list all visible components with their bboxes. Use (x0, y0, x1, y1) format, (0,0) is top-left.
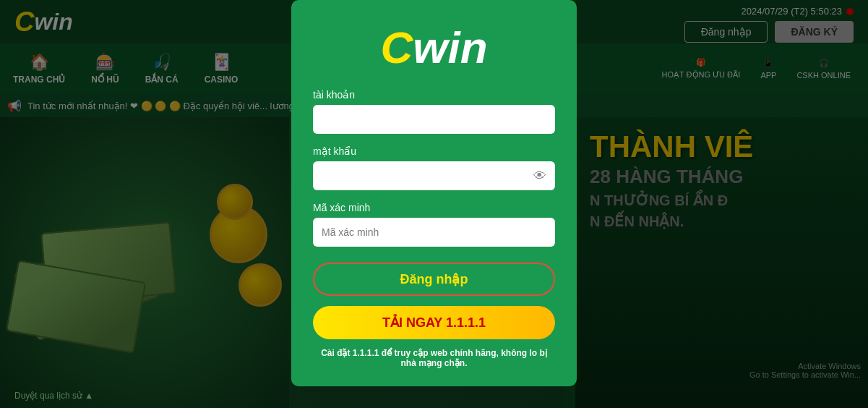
captcha-label: Mã xác minh (313, 202, 555, 213)
password-label: mật khẩu (313, 145, 555, 157)
login-modal: Cwin tài khoản mật khẩu 👁 Mã xác minh Đă… (291, 0, 577, 386)
captcha-input[interactable] (313, 218, 555, 247)
account-field-group: tài khoản (313, 89, 555, 134)
eye-toggle-icon[interactable]: 👁 (533, 169, 546, 184)
password-input[interactable] (313, 161, 555, 190)
modal-footer-text: Cài đặt 1.1.1.1 để truy cập web chính hã… (313, 348, 555, 368)
password-field-group: mật khẩu 👁 (313, 145, 555, 190)
modal-logo-win: win (413, 22, 487, 72)
account-label: tài khoản (313, 89, 555, 101)
account-input[interactable] (313, 105, 555, 134)
modal-logo-c: C (380, 22, 413, 72)
password-input-wrapper: 👁 (313, 161, 555, 190)
download-button[interactable]: TẢI NGAY 1.1.1.1 (313, 306, 555, 339)
modal-logo: Cwin (313, 22, 555, 73)
dangnhap-button[interactable]: Đăng nhập (313, 263, 555, 296)
modal-overlay: Cwin tài khoản mật khẩu 👁 Mã xác minh Đă… (0, 0, 868, 408)
captcha-field-group: Mã xác minh (313, 202, 555, 247)
